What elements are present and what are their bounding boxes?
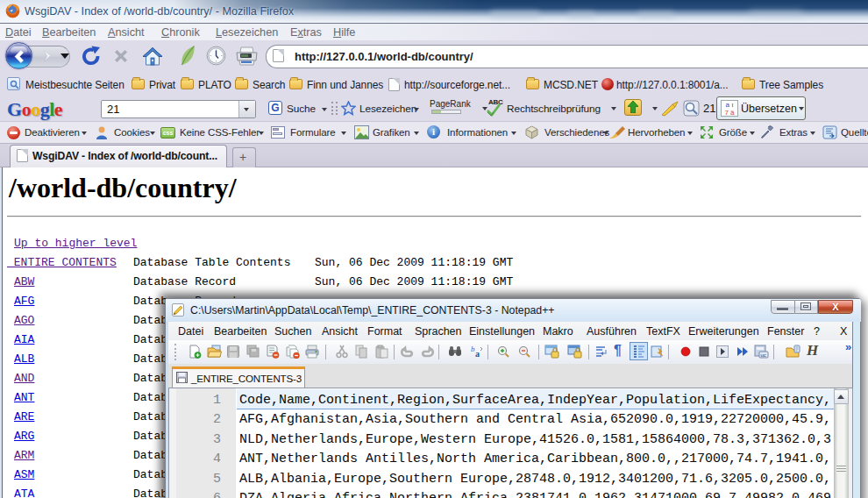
svg-text:a: a	[475, 349, 480, 359]
svg-text:uc: uc	[761, 352, 766, 358]
